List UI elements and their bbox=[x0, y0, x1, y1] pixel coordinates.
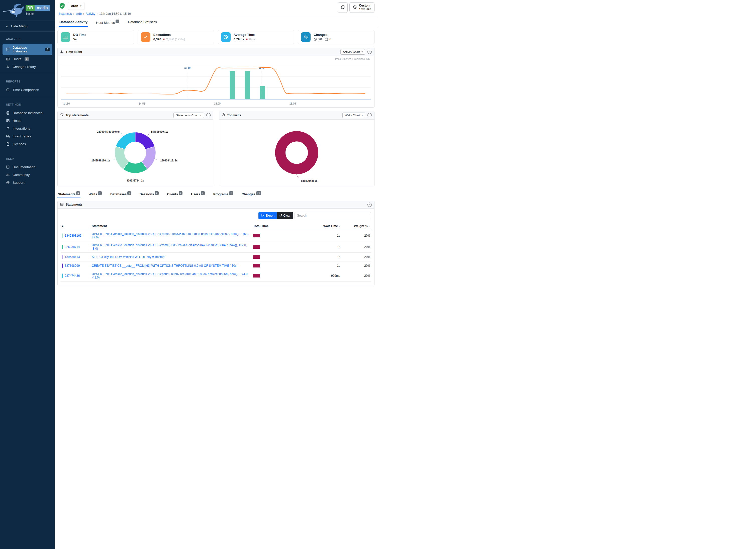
instance-selector[interactable]: crdb ▾ bbox=[68, 2, 85, 10]
total-time-bar bbox=[253, 264, 260, 267]
waits-donut-chart: executing: 5s bbox=[219, 120, 374, 186]
hide-menu-button[interactable]: « Hide Menu bbox=[0, 21, 55, 32]
statement-color-chip bbox=[62, 245, 63, 249]
executions-bar[interactable] bbox=[245, 71, 250, 99]
card-value: 5s bbox=[73, 38, 77, 41]
detail-tab-changes[interactable]: Changes20 bbox=[241, 190, 262, 198]
collapse-icon[interactable]: − bbox=[367, 113, 372, 117]
breadcrumb-link-instances[interactable]: Instances bbox=[59, 12, 72, 16]
statement-link[interactable]: SELECT city, id FROM vehicles WHERE city… bbox=[92, 255, 165, 259]
detail-tab-waits[interactable]: Waits1 bbox=[88, 190, 102, 198]
export-icon bbox=[261, 214, 264, 218]
statement-id-link[interactable]: 326238714 bbox=[65, 245, 80, 249]
card-title: DB Time bbox=[73, 33, 86, 37]
copy-button[interactable] bbox=[338, 2, 348, 13]
sidebar-item-change-history[interactable]: Change History bbox=[0, 63, 55, 71]
sidebar-item-hosts[interactable]: Hosts bbox=[0, 117, 55, 125]
card-db-time[interactable]: DB Time 5s bbox=[57, 30, 134, 44]
search-input[interactable] bbox=[295, 212, 371, 219]
sidebar-item-database-instances[interactable]: Database Instances 1 bbox=[3, 44, 52, 55]
donut-slice-887898099[interactable] bbox=[135, 132, 155, 149]
breadcrumb-separator: › bbox=[83, 12, 84, 16]
x-axis-tick: 14:55 bbox=[139, 102, 145, 105]
card-executions[interactable]: Executions 6,320↗2,830 (123%) bbox=[138, 30, 214, 44]
card-average-time[interactable]: Average Time 0.79ms↗0ms bbox=[218, 30, 295, 44]
detail-tab-programs[interactable]: Programs2 bbox=[213, 190, 234, 198]
table-row[interactable]: 287474436 UPSERT INTO vehicle_location_h… bbox=[61, 270, 371, 281]
activity-chart-select[interactable]: Activity Chart▾ bbox=[340, 49, 365, 55]
community-icon bbox=[6, 173, 10, 177]
sort-icon[interactable]: ↑ bbox=[339, 225, 340, 228]
collapse-icon[interactable]: − bbox=[367, 203, 372, 207]
total-time-bar bbox=[253, 234, 260, 237]
column-header-weight[interactable]: Weight %↓ bbox=[341, 223, 371, 230]
sidebar-item-event-types[interactable]: Event Types bbox=[0, 132, 55, 140]
sidebar-item-licences[interactable]: Licences bbox=[0, 140, 55, 148]
sort-icon[interactable]: ↓ bbox=[64, 225, 66, 228]
waits-chart-select[interactable]: Waits Chart▾ bbox=[342, 113, 365, 118]
main-tab-host-metrics[interactable]: Host Metrics0 bbox=[96, 17, 120, 27]
clock-icon bbox=[353, 5, 357, 10]
table-row[interactable]: 139638413 SELECT city, id FROM vehicles … bbox=[61, 252, 371, 261]
statement-id-link[interactable]: 139638413 bbox=[65, 255, 80, 259]
main-tab-database-statistics[interactable]: Database Statistics bbox=[127, 17, 157, 27]
statement-id-link[interactable]: 1845898166 bbox=[65, 234, 81, 237]
sidebar-item-documentation[interactable]: Documentation bbox=[0, 163, 55, 171]
sidebar-item-integrations[interactable]: Integrations bbox=[0, 125, 55, 132]
panel-title: Top statements bbox=[66, 114, 88, 117]
collapse-icon[interactable]: − bbox=[206, 113, 211, 117]
sidebar-item-community[interactable]: Community bbox=[0, 171, 55, 179]
statement-link[interactable]: UPSERT INTO vehicle_location_histories V… bbox=[92, 243, 247, 250]
collapse-icon[interactable]: − bbox=[367, 50, 372, 54]
column-header-wait-time[interactable]: Wait Time↑ bbox=[294, 223, 341, 230]
breadcrumb-link-crdb[interactable]: crdb bbox=[76, 12, 81, 16]
chevron-down-icon: ▾ bbox=[80, 5, 81, 7]
table-row[interactable]: 326238714 UPSERT INTO vehicle_location_h… bbox=[61, 241, 371, 252]
sidebar-item-database-instances[interactable]: Database Instances bbox=[0, 109, 55, 117]
column-header-statement[interactable]: Statement bbox=[91, 223, 252, 230]
count-badge: 1 bbox=[45, 48, 50, 51]
card-changes[interactable]: Changes 200 bbox=[298, 30, 374, 44]
sort-icon[interactable]: ↓ bbox=[369, 225, 370, 228]
barchart-icon bbox=[61, 32, 70, 42]
change-marker-icon[interactable]: ⇄ bbox=[184, 66, 187, 69]
hide-menu-label: Hide Menu bbox=[11, 24, 27, 28]
statement-id-link[interactable]: 887898099 bbox=[65, 264, 80, 267]
wait-time-value: 1s bbox=[294, 241, 341, 252]
statement-link[interactable]: UPSERT INTO vehicle_location_histories V… bbox=[92, 272, 248, 279]
detail-tab-statements[interactable]: Statements5 bbox=[57, 190, 80, 198]
time-range-button[interactable]: Custom 13th Jan bbox=[349, 2, 374, 13]
database-icon bbox=[6, 48, 10, 51]
statements-chart-select[interactable]: Statements Chart▾ bbox=[173, 113, 204, 118]
column-header-total-time[interactable]: Total Time bbox=[252, 223, 294, 230]
sidebar-item-hosts[interactable]: Hosts 0 bbox=[0, 55, 55, 63]
export-button[interactable]: Export bbox=[258, 212, 277, 219]
count-badge: 0 bbox=[25, 57, 29, 61]
top-waits-panel: Top waits Waits Chart▾ − executing: 5s bbox=[219, 111, 375, 186]
column-header-[interactable]: #↓ bbox=[61, 223, 91, 230]
trend-icon bbox=[141, 32, 150, 42]
breadcrumb-link-activity[interactable]: Activity bbox=[86, 12, 95, 16]
detail-tab-clients[interactable]: Clients2 bbox=[167, 190, 183, 198]
executions-bar[interactable] bbox=[260, 86, 265, 99]
detail-tab-databases[interactable]: Databases1 bbox=[110, 190, 132, 198]
sidebar-item-support[interactable]: Support bbox=[0, 179, 55, 187]
donut-label: 326238714: 1s bbox=[127, 179, 144, 182]
donut-slice-287474436[interactable] bbox=[116, 132, 135, 149]
sidebar-section-title: SETTINGS bbox=[0, 97, 55, 109]
sidebar-item-time-comparison[interactable]: Time Comparison bbox=[0, 86, 55, 94]
plug-icon bbox=[6, 127, 10, 130]
detail-tab-sessions[interactable]: Sessions2 bbox=[139, 190, 159, 198]
detail-tab-users[interactable]: Users2 bbox=[191, 190, 205, 198]
statement-link[interactable]: CREATE STATISTICS __auto__ FROM [63] WIT… bbox=[92, 264, 237, 267]
clear-button[interactable]: ↺ Clear bbox=[277, 212, 293, 219]
donut-slice-executing[interactable] bbox=[280, 136, 313, 169]
sidebar-section-reports: REPORTS Time Comparison bbox=[0, 74, 55, 97]
main-tab-database-activity[interactable]: Database Activity bbox=[59, 17, 88, 27]
statement-id-link[interactable]: 287474436 bbox=[65, 274, 80, 278]
card-title: Executions bbox=[153, 33, 185, 37]
table-row[interactable]: 1845898166 UPSERT INTO vehicle_location_… bbox=[61, 230, 371, 241]
statement-link[interactable]: UPSERT INTO vehicle_location_histories V… bbox=[92, 232, 249, 239]
table-row[interactable]: 887898099 CREATE STATISTICS __auto__ FRO… bbox=[61, 261, 371, 270]
executions-bar[interactable] bbox=[230, 71, 235, 99]
